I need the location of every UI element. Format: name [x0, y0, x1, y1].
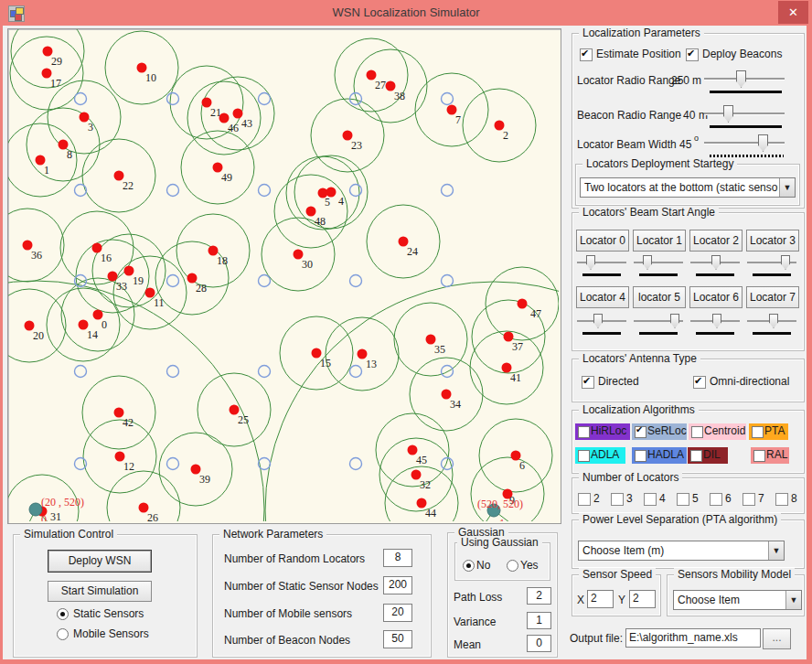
algorithm-serloc-checkbox[interactable] [635, 426, 646, 438]
locator-6-angle-slider[interactable] [690, 314, 740, 327]
static-sensor-nodes-input[interactable]: 200 [383, 576, 412, 594]
static-sensors-radio[interactable] [57, 608, 69, 620]
beacon-node-18-label: 18 [217, 254, 228, 267]
deploy-wsn-button[interactable]: Deploy WSN [48, 550, 152, 573]
locator-2-angle-slider-thumb[interactable] [711, 255, 721, 270]
locator-1-angle-slider[interactable] [634, 255, 683, 269]
random-locators-input[interactable]: 8 [383, 549, 412, 567]
deployment-strategy-combobox[interactable]: Two locators at the bottom (static senso… [580, 177, 796, 198]
locator-beam-width-slider-thumb[interactable] [758, 134, 768, 152]
locator-1-button[interactable]: Locator 1 [633, 230, 686, 252]
locator-6-button[interactable]: Locator 6 [689, 286, 743, 308]
mobility-model-dropdown-arrow[interactable]: ▼ [785, 591, 801, 609]
locator-0-angle-slider[interactable] [577, 255, 626, 269]
gaussian-no-radio[interactable] [463, 560, 475, 572]
locator-7-button[interactable]: Locator 7 [746, 286, 799, 308]
deploy-beacons-checkbox[interactable] [686, 48, 699, 61]
algorithm-adla-checkbox[interactable] [578, 450, 590, 462]
algorithm-dil-checkbox[interactable] [690, 450, 702, 462]
gaussian-yes-radio[interactable] [507, 560, 518, 572]
locator-7-angle-slider[interactable] [747, 314, 796, 327]
algorithm-hirloc-checkbox[interactable] [578, 426, 590, 438]
algorithm-hirloc-item[interactable]: HiRLoc [575, 423, 630, 440]
omni-directional-checkbox[interactable] [693, 376, 706, 389]
locator-2-button[interactable]: Locator 2 [689, 230, 743, 252]
locators-count-7-checkbox[interactable] [743, 493, 755, 506]
wsn-canvas-panel[interactable]: 2917103812221464349361618283319110142042… [7, 28, 561, 524]
deployment-strategy-dropdown-arrow[interactable]: ▼ [779, 178, 795, 197]
locators-count-6-checkbox[interactable] [710, 493, 722, 506]
locators-count-4-checkbox[interactable] [644, 493, 657, 506]
mobile-sensor-node [167, 185, 179, 197]
beacon-36-range-circle [8, 209, 64, 282]
locator-4-angle-slider[interactable] [577, 314, 626, 327]
beacon-node-19-label: 19 [133, 274, 144, 287]
locator-3-button[interactable]: Locator 3 [746, 230, 799, 252]
locator-radio-range-slider-thumb[interactable] [736, 70, 746, 88]
locator-0-button[interactable]: Locator 0 [576, 230, 629, 252]
locator-3-angle-slider-thumb[interactable] [781, 255, 790, 270]
locator-0-angle-slider-thumb[interactable] [586, 255, 595, 270]
beacon-node-34-label: 34 [450, 398, 461, 411]
browse-button[interactable]: ... [763, 628, 791, 649]
locators-count-8-checkbox[interactable] [775, 493, 788, 506]
algorithm-hadla-item[interactable]: HADLA [632, 447, 687, 464]
power-level-dropdown-arrow[interactable]: ▼ [768, 541, 784, 560]
close-button[interactable]: ✕ [778, 1, 808, 24]
variance-input[interactable]: 1 [527, 612, 551, 629]
group-mobility-model-title: Sensors Mobility Model [674, 568, 795, 581]
algorithm-hadla-checkbox[interactable] [635, 450, 646, 462]
algorithm-ral-item[interactable]: RAL [751, 447, 789, 464]
algorithm-adla-item[interactable]: ADLA [575, 447, 625, 464]
directed-checkbox[interactable] [582, 376, 594, 389]
mobile-sensors-count-input[interactable]: 20 [383, 604, 412, 622]
path-loss-input[interactable]: 2 [527, 587, 551, 605]
locator-6-angle-slider-thumb[interactable] [712, 314, 721, 328]
estimate-position-checkbox[interactable] [580, 48, 593, 61]
mobile-sensor-node [259, 275, 271, 287]
algorithm-pta-item[interactable]: PTA [749, 423, 788, 440]
locator-0-coordinates-label: (20 , 520) [41, 496, 84, 509]
beacon-node-14-label: 14 [87, 328, 98, 341]
locator-5-angle-slider-thumb[interactable] [670, 314, 679, 328]
locator-4-angle-slider-thumb[interactable] [593, 314, 603, 328]
mobility-model-combobox[interactable]: Choose Item ▼ [673, 590, 802, 610]
locator-7-angle-slider-thumb[interactable] [769, 314, 778, 328]
algorithm-serloc-item[interactable]: SeRLoc [632, 423, 687, 440]
sensor-speed-x-label: X [577, 594, 584, 606]
locators-count-2-checkbox[interactable] [578, 493, 591, 506]
algorithm-ral-checkbox[interactable] [753, 450, 765, 462]
algorithm-centroid-item[interactable]: Centroid [689, 423, 746, 440]
beacon-radio-range-slider-thumb[interactable] [723, 105, 733, 123]
locators-count-5-checkbox[interactable] [677, 493, 689, 506]
power-level-combobox[interactable]: Choose Item (m) ▼ [578, 541, 785, 561]
algorithm-pta-checkbox[interactable] [752, 426, 764, 438]
beacon-radio-range-slider[interactable] [704, 105, 785, 122]
algorithm-dil-item[interactable]: DIL [688, 447, 728, 464]
output-file-input[interactable]: E:\algorithm_name.xls [625, 628, 761, 648]
locator-2-angle-slider[interactable] [690, 255, 740, 269]
group-localization-parameters: Localization Parameters Estimate Positio… [572, 33, 805, 209]
locator-4-button[interactable]: Locator 4 [576, 286, 629, 308]
locator-beam-width-slider[interactable] [704, 134, 785, 151]
window-title: WSN Localization Simulator [0, 5, 812, 19]
sensor-speed-x-input[interactable]: 2 [587, 590, 614, 608]
beacon-node-38-label: 38 [394, 90, 405, 102]
beacon-radio-range-bar [710, 125, 782, 128]
algorithm-centroid-checkbox[interactable] [691, 426, 703, 438]
locator-5-button[interactable]: locator 5 [633, 286, 686, 308]
start-simulation-button[interactable]: Start Simulation [48, 581, 152, 602]
sensor-speed-y-input[interactable]: 2 [629, 590, 656, 608]
locators-count-3-checkbox[interactable] [611, 493, 624, 506]
locator-1-angle-slider-thumb[interactable] [643, 255, 652, 270]
beacon-nodes-input[interactable]: 50 [383, 630, 412, 648]
beacon-node-35-label: 35 [434, 343, 445, 356]
beacon-node-13-label: 13 [366, 358, 377, 370]
locator-3-angle-slider[interactable] [747, 255, 796, 269]
mean-input[interactable]: 0 [527, 635, 551, 652]
locator-radio-range-slider[interactable] [704, 70, 785, 87]
locator-5-angle-slider[interactable] [634, 314, 683, 327]
mobile-sensors-radio[interactable] [57, 628, 69, 640]
group-network-parameters-title: Network Parameters [219, 528, 326, 541]
group-sensor-speed-title: Sensor Speed [579, 568, 656, 581]
